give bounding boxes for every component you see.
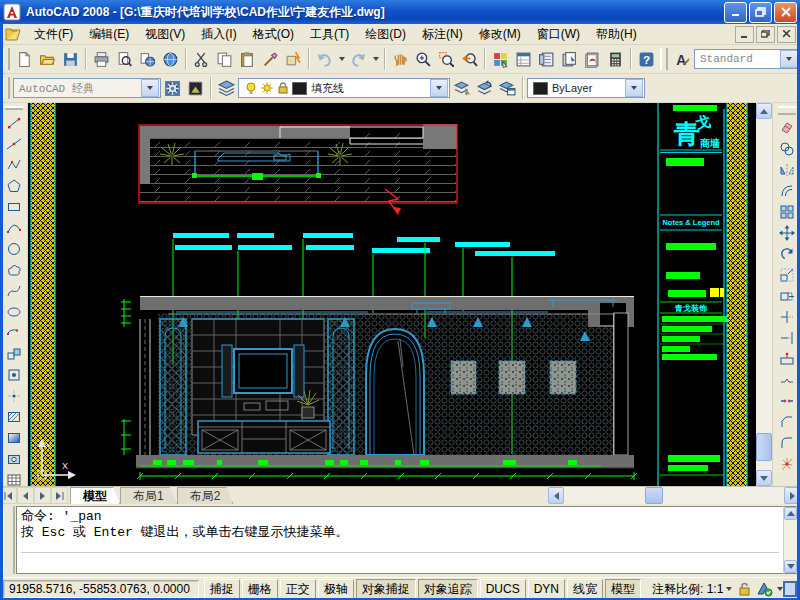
fillet-button[interactable] [775,432,799,453]
status-toggle-7[interactable]: DYN [528,579,565,600]
break-at-point-button[interactable] [775,348,799,369]
ellipse-arc-button[interactable] [2,322,26,343]
insert-block-button[interactable] [2,343,26,364]
tool-palettes-button[interactable] [535,48,558,71]
properties-button[interactable] [489,48,512,71]
chamfer-button[interactable] [775,411,799,432]
horizontal-scroll-track[interactable] [564,487,784,504]
workspace-combo[interactable]: AutoCAD 经典 [13,78,161,98]
paste-button[interactable] [236,48,259,71]
status-toggle-1[interactable]: 栅格 [242,579,278,600]
help-button[interactable]: ? [635,48,658,71]
annotation-lock-icon[interactable] [736,581,752,597]
workspace-settings-button[interactable] [161,77,184,100]
layer-previous-button[interactable] [473,77,496,100]
region-button[interactable] [2,448,26,469]
trim-button[interactable] [775,306,799,327]
clean-screen-button[interactable] [783,581,797,597]
break-button[interactable] [775,369,799,390]
menu-item-3[interactable]: 插入(I) [193,24,244,45]
cut-button[interactable] [190,48,213,71]
tab-last-button[interactable] [51,487,68,504]
combo-dropdown-button[interactable] [625,79,643,97]
designcenter-button[interactable] [512,48,535,71]
point-button[interactable] [2,385,26,406]
text-style-combo[interactable]: Standard [694,49,800,69]
polyline-button[interactable] [2,154,26,175]
menu-item-9[interactable]: 窗口(W) [529,24,588,45]
command-window-grip[interactable] [2,506,15,574]
tab-0[interactable]: 模型 [70,487,120,504]
ellipse-button[interactable] [2,301,26,322]
toolbar-grip[interactable] [660,48,668,70]
gradient-button[interactable] [2,427,26,448]
hatch-button[interactable] [2,406,26,427]
arc-button[interactable] [2,217,26,238]
save-button[interactable] [59,48,82,71]
open-button[interactable] [36,48,59,71]
command-scroll-up[interactable] [784,507,797,520]
layer-combo[interactable]: 填充线 [238,78,450,98]
circle-button[interactable] [2,238,26,259]
match-properties-button[interactable] [259,48,282,71]
my-workspace-button[interactable] [184,77,207,100]
tab-next-button[interactable] [34,487,51,504]
status-toggle-8[interactable]: 线宽 [567,579,603,600]
status-toggle-2[interactable]: 正交 [280,579,316,600]
sheetset-manager-button[interactable] [558,48,581,71]
zoom-previous-button[interactable] [458,48,481,71]
doc-restore-button[interactable] [756,26,775,43]
mirror-button[interactable] [775,159,799,180]
horizontal-scroll-thumb[interactable] [645,487,663,504]
doc-close-button[interactable] [777,26,796,43]
status-toggle-5[interactable]: 对象追踪 [418,579,478,600]
publish-button[interactable] [136,48,159,71]
command-scroll-down[interactable] [784,560,797,573]
menu-item-8[interactable]: 修改(M) [471,24,529,45]
horizontal-scrollbar[interactable] [548,487,800,504]
plot-button[interactable] [90,48,113,71]
spline-button[interactable] [2,280,26,301]
menu-item-4[interactable]: 格式(O) [245,24,302,45]
combo-dropdown-button[interactable] [780,50,798,68]
markup-manager-button[interactable] [581,48,604,71]
combo-dropdown-button[interactable] [141,79,159,97]
plot-preview-button[interactable] [113,48,136,71]
zoom-window-button[interactable] [435,48,458,71]
menu-item-2[interactable]: 视图(V) [137,24,193,45]
scroll-down-button[interactable] [756,470,772,486]
vertical-scroll-thumb[interactable] [756,433,772,461]
minimize-button[interactable] [724,2,747,23]
close-button[interactable] [774,2,797,23]
combo-dropdown-button[interactable] [430,79,448,97]
explode-button[interactable] [775,453,799,474]
erase-button[interactable] [775,117,799,138]
scroll-up-button[interactable] [756,103,772,119]
menu-item-0[interactable]: 文件(F) [26,24,81,45]
pan-button[interactable] [389,48,412,71]
menu-item-6[interactable]: 绘图(D) [357,24,414,45]
toolbar-grip[interactable] [2,77,10,99]
status-toggle-6[interactable]: DUCS [480,579,526,600]
construction-line-button[interactable] [2,133,26,154]
doc-minimize-button[interactable] [735,26,754,43]
layer-properties-button[interactable] [215,77,238,100]
quickcalc-button[interactable] [604,48,627,71]
color-combo[interactable]: ByLayer [527,78,645,98]
tab-1[interactable]: 布局1 [120,487,177,504]
command-scrollbar[interactable] [783,506,798,574]
menu-item-5[interactable]: 工具(T) [302,24,357,45]
new-button[interactable] [13,48,36,71]
restore-button[interactable] [749,2,772,23]
rotate-button[interactable] [775,243,799,264]
annotation-scale-value[interactable]: 1:1 [707,582,724,596]
menu-item-7[interactable]: 标注(N) [414,24,471,45]
make-block-button[interactable] [2,364,26,385]
tab-prev-button[interactable] [17,487,34,504]
menu-item-1[interactable]: 编辑(E) [81,24,137,45]
copy-button[interactable] [213,48,236,71]
extend-button[interactable] [775,327,799,348]
menu-item-10[interactable]: 帮助(H) [588,24,645,45]
toolbar-grip[interactable] [2,48,10,70]
rectangle-button[interactable] [2,196,26,217]
